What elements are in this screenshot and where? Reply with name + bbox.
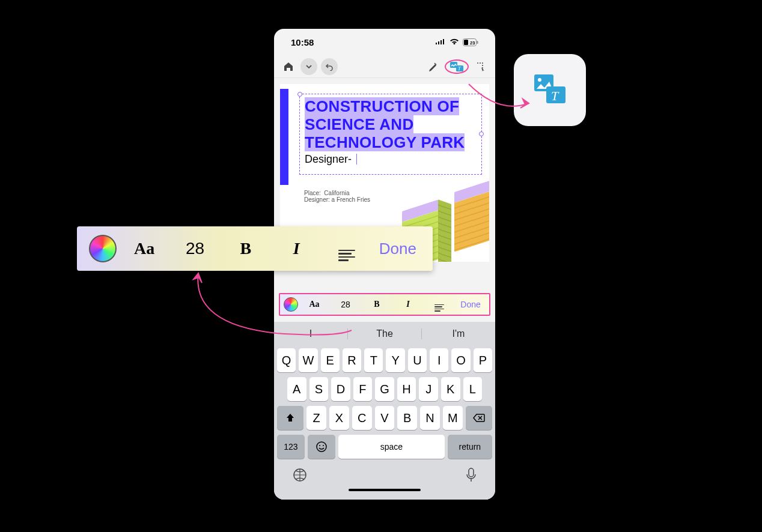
key[interactable]: S (309, 377, 329, 401)
key-row-1: Q W E R T Y U I O P (274, 346, 495, 375)
undo-button[interactable] (321, 58, 338, 75)
headline-text[interactable]: CONSTRUCTION OF SCIENCE AND TECHNOLOGY P… (305, 98, 477, 152)
key[interactable]: A (287, 377, 306, 401)
svg-point-7 (319, 445, 320, 446)
annotation-arrow (466, 78, 538, 120)
status-time: 10:58 (291, 37, 314, 47)
highlighter-button[interactable] (424, 58, 441, 75)
signal-icon (435, 38, 446, 46)
home-button[interactable] (280, 58, 297, 75)
key[interactable]: W (299, 348, 317, 372)
key[interactable]: P (474, 348, 492, 372)
key[interactable]: Y (386, 348, 404, 372)
bold-button[interactable]: B (362, 300, 392, 309)
svg-rect-10 (469, 468, 474, 477)
key[interactable]: H (397, 377, 416, 401)
emoji-key[interactable] (308, 435, 335, 459)
italic-button[interactable]: I (393, 300, 423, 309)
key[interactable]: Z (306, 406, 326, 430)
svg-point-12 (538, 78, 541, 82)
subline-text[interactable]: Designer- (305, 153, 477, 166)
lasso-button[interactable] (472, 58, 489, 75)
key[interactable]: J (419, 377, 438, 401)
key[interactable]: E (321, 348, 340, 372)
return-key[interactable]: return (448, 435, 492, 459)
text-cursor (356, 154, 357, 165)
key[interactable]: B (397, 406, 417, 430)
backspace-key[interactable] (466, 406, 492, 430)
wifi-icon (450, 38, 459, 46)
italic-button[interactable]: I (273, 239, 319, 258)
key[interactable]: Q (277, 348, 296, 372)
key-row-2: A S D F G H J K L (274, 375, 495, 404)
insert-media-button[interactable]: T (445, 59, 469, 74)
shift-key[interactable] (277, 406, 303, 430)
prediction-option[interactable]: I'm (422, 328, 495, 339)
svg-text:T: T (458, 66, 461, 71)
svg-point-6 (317, 442, 326, 452)
svg-rect-1 (464, 40, 468, 45)
key[interactable]: L (463, 377, 483, 401)
svg-text:T: T (551, 88, 559, 103)
globe-icon[interactable] (292, 467, 308, 483)
decorative-bar (280, 89, 288, 185)
done-button[interactable]: Done (456, 300, 486, 309)
mic-icon[interactable] (465, 467, 477, 483)
home-indicator (349, 489, 421, 491)
emoji-icon (315, 441, 328, 453)
backspace-icon (472, 413, 486, 423)
svg-point-8 (323, 445, 324, 446)
app-toolbar: T (274, 55, 495, 78)
align-button[interactable] (324, 236, 370, 261)
key[interactable]: M (443, 406, 463, 430)
annotation-arrow (186, 270, 361, 342)
key[interactable]: F (353, 377, 373, 401)
svg-rect-2 (477, 41, 478, 44)
text-format-bar-zoom: Aa 28 B I Done (77, 226, 433, 271)
font-family-button[interactable]: Aa (121, 239, 167, 258)
key[interactable]: N (420, 406, 440, 430)
shift-icon (285, 413, 296, 423)
bold-button[interactable]: B (223, 239, 269, 258)
text-box-selected[interactable]: CONSTRUCTION OF SCIENCE AND TECHNOLOGY P… (299, 94, 482, 175)
keyboard-bottom-bar (274, 461, 495, 485)
ios-keyboard: I The I'm Q W E R T Y U I O P A S D F G … (274, 322, 495, 500)
key[interactable]: O (451, 348, 470, 372)
key[interactable]: I (430, 348, 448, 372)
font-size-button[interactable]: 28 (172, 239, 218, 258)
align-button[interactable] (424, 297, 454, 312)
key[interactable]: K (441, 377, 460, 401)
key-row-4: 123 space return (274, 432, 495, 461)
battery-icon: 23 (463, 38, 478, 46)
done-button[interactable]: Done (375, 240, 421, 258)
numeric-key[interactable]: 123 (277, 435, 305, 459)
status-indicators: 23 (435, 38, 478, 46)
color-picker-button[interactable] (89, 235, 117, 262)
space-key[interactable]: space (338, 435, 445, 459)
meta-block: Place: California Designer: a French Fri… (304, 190, 370, 203)
key[interactable]: R (343, 348, 361, 372)
battery-number: 23 (470, 40, 475, 45)
key[interactable]: X (329, 406, 349, 430)
status-bar: 10:58 23 (274, 29, 495, 55)
key[interactable]: V (375, 406, 395, 430)
dropdown-button[interactable] (300, 58, 317, 75)
key[interactable]: C (352, 406, 372, 430)
key[interactable]: U (408, 348, 427, 372)
key-row-3: Z X C V B N M (274, 404, 495, 432)
key[interactable]: D (331, 377, 350, 401)
key[interactable]: T (364, 348, 383, 372)
key[interactable]: G (375, 377, 394, 401)
